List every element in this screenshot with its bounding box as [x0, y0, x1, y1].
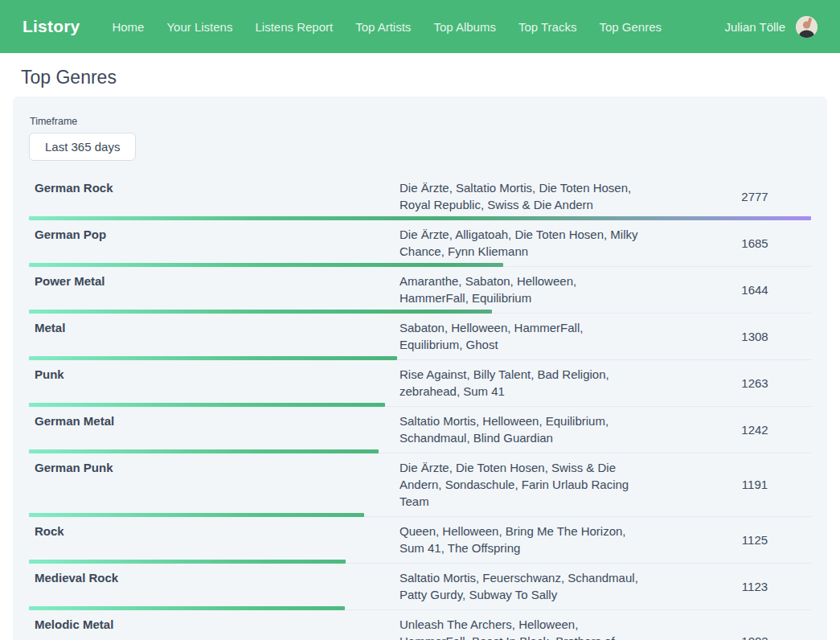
genre-count: 1002 [699, 634, 811, 640]
nav-item-your-listens[interactable]: Your Listens [166, 20, 232, 34]
genre-artists: Die Ärzte, Saltatio Mortis, Die Toten Ho… [400, 179, 641, 213]
top-genres-card: Timeframe Last 365 days German Rock Die … [13, 96, 827, 640]
genre-bar-track [29, 606, 811, 610]
genre-count: 1191 [699, 478, 811, 491]
genre-bar-fill [29, 263, 503, 267]
nav-item-top-genres[interactable]: Top Genres [599, 20, 662, 34]
genre-count: 1308 [699, 330, 811, 343]
genre-name: German Pop [29, 226, 400, 243]
genres-table: German Rock Die Ärzte, Saltatio Mortis, … [29, 174, 811, 640]
genre-bar-fill [29, 606, 345, 610]
genre-artists: Die Ärzte, Alligatoah, Die Toten Hosen, … [400, 226, 641, 260]
table-row: German Rock Die Ärzte, Saltatio Mortis, … [29, 174, 811, 220]
genre-name: German Metal [29, 412, 400, 429]
genre-bar-track [29, 403, 811, 407]
genre-bar-track [29, 449, 811, 453]
table-row: Melodic Metal Unleash The Archers, Hello… [29, 610, 811, 640]
nav-item-top-tracks[interactable]: Top Tracks [518, 20, 577, 34]
genre-name: Melodic Metal [29, 616, 400, 633]
genre-bar-track [29, 310, 811, 314]
nav-item-top-albums[interactable]: Top Albums [433, 20, 496, 34]
timeframe-label: Timeframe [30, 116, 811, 127]
genre-name: Punk [29, 366, 400, 383]
table-row: Rock Queen, Helloween, Bring Me The Hori… [29, 517, 811, 564]
timeframe-select[interactable]: Last 365 days [29, 133, 136, 161]
genre-count: 1242 [699, 423, 811, 437]
table-row: Medieval Rock Saltatio Mortis, Feuerschw… [29, 564, 811, 610]
genre-bar-fill [29, 513, 364, 517]
genre-bar-fill [29, 356, 397, 360]
main-nav: Home Your Listens Listens Report Top Art… [112, 20, 724, 34]
genre-artists: Amaranthe, Sabaton, Helloween, HammerFal… [400, 273, 641, 306]
genre-artists: Die Ärzte, Die Toten Hosen, Swiss & Die … [400, 459, 641, 510]
table-row: Metal Sabaton, Helloween, HammerFall, Eq… [29, 314, 811, 360]
genre-bar-fill [29, 310, 492, 314]
user-avatar-icon[interactable] [796, 16, 817, 38]
table-row: German Metal Saltatio Mortis, Helloween,… [29, 407, 811, 453]
page-title: Top Genres [21, 67, 819, 88]
genre-artists: Saltatio Mortis, Feuerschwanz, Schandmau… [400, 569, 641, 603]
genre-artists: Unleash The Archers, Helloween, HammerFa… [400, 616, 641, 640]
nav-item-top-artists[interactable]: Top Artists [355, 20, 411, 34]
genre-count: 1123 [699, 580, 811, 593]
genre-name: Medieval Rock [29, 569, 400, 586]
genre-name: Metal [29, 319, 400, 336]
table-row: Punk Rise Against, Billy Talent, Bad Rel… [29, 360, 811, 407]
genre-artists: Queen, Helloween, Bring Me The Horizon, … [400, 523, 641, 556]
genre-bar-fill [29, 449, 379, 453]
genre-bar-track [29, 216, 811, 220]
genre-count: 1125 [699, 533, 811, 547]
table-row: Power Metal Amaranthe, Sabaton, Hellowee… [29, 267, 811, 314]
nav-item-listens-report[interactable]: Listens Report [255, 20, 333, 34]
genre-count: 2777 [699, 190, 811, 203]
genre-bar-track [29, 560, 811, 564]
nav-item-home[interactable]: Home [112, 20, 144, 34]
top-navbar: Listory Home Your Listens Listens Report… [0, 0, 840, 53]
genre-bar-track [29, 356, 811, 360]
genre-bar-fill [29, 216, 811, 220]
genre-name: German Punk [29, 459, 400, 476]
genre-bar-fill [29, 403, 385, 407]
genre-bar-fill [29, 560, 346, 564]
genre-name: Power Metal [29, 273, 400, 289]
genre-name: German Rock [29, 179, 400, 196]
genre-artists: Rise Against, Billy Talent, Bad Religion… [400, 366, 641, 400]
genre-artists: Saltatio Mortis, Helloween, Equilibrium,… [400, 412, 641, 446]
table-row: German Punk Die Ärzte, Die Toten Hosen, … [29, 453, 811, 517]
genre-bar-track [29, 513, 811, 517]
app-logo[interactable]: Listory [23, 17, 80, 36]
user-name: Julian Tölle [724, 20, 785, 34]
genre-name: Rock [29, 523, 400, 539]
genre-bar-track [29, 263, 811, 267]
genre-count: 1644 [699, 283, 811, 297]
genre-count: 1263 [699, 376, 811, 390]
genre-artists: Sabaton, Helloween, HammerFall, Equilibr… [400, 319, 641, 353]
genre-count: 1685 [699, 236, 811, 250]
user-menu[interactable]: Julian Tölle [724, 16, 817, 38]
table-row: German Pop Die Ärzte, Alligatoah, Die To… [29, 220, 811, 267]
